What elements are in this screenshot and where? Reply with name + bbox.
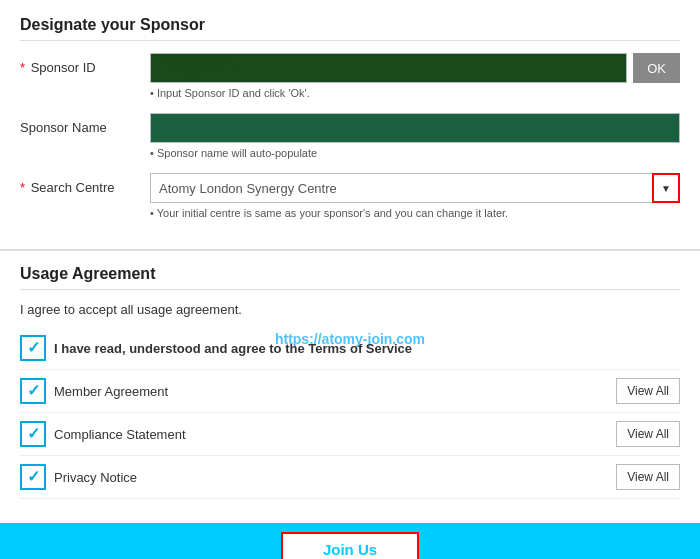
- view-all-privacy-button[interactable]: View All: [616, 464, 680, 490]
- agreement-item-privacy: ✓ Privacy Notice View All: [20, 456, 680, 499]
- sponsor-name-hint: Sponsor name will auto-populate: [150, 147, 680, 159]
- sponsor-id-ok-button[interactable]: OK: [633, 53, 680, 83]
- agreement-label-compliance: Compliance Statement: [54, 427, 616, 442]
- search-centre-required-marker: *: [20, 180, 25, 195]
- sponsor-id-required-marker: *: [20, 60, 25, 75]
- agreement-label-privacy: Privacy Notice: [54, 470, 616, 485]
- sponsor-section-title: Designate your Sponsor: [20, 16, 680, 41]
- search-centre-hint: Your initial centre is same as your spon…: [150, 207, 680, 219]
- usage-section-title: Usage Agreement: [20, 265, 680, 290]
- checkbox-member[interactable]: ✓: [20, 378, 46, 404]
- sponsor-id-hint: Input Sponsor ID and click 'Ok'.: [150, 87, 680, 99]
- agreement-label-terms: I have read, understood and agree to the…: [54, 341, 680, 356]
- agree-all-text: I agree to accept all usage agreement.: [20, 302, 680, 317]
- agreements-container: https://atomy-join.com ✓ I have read, un…: [20, 327, 680, 499]
- search-centre-select-wrapper: Atomy London Synergy Centre ▼: [150, 173, 680, 203]
- checkbox-compliance[interactable]: ✓: [20, 421, 46, 447]
- sponsor-name-field: Sponsor name will auto-populate: [150, 113, 680, 159]
- sponsor-id-label: * Sponsor ID: [20, 53, 150, 75]
- agreement-label-member: Member Agreement: [54, 384, 616, 399]
- search-centre-select[interactable]: Atomy London Synergy Centre: [150, 173, 680, 203]
- agreement-item-terms: ✓ I have read, understood and agree to t…: [20, 327, 680, 370]
- sponsor-section: Designate your Sponsor * Sponsor ID OK I…: [0, 0, 700, 249]
- checkmark-terms: ✓: [27, 340, 40, 356]
- sponsor-id-input-row: OK: [150, 53, 680, 83]
- agreement-item-member: ✓ Member Agreement View All: [20, 370, 680, 413]
- join-us-button[interactable]: Join Us: [281, 532, 419, 559]
- search-centre-field: Atomy London Synergy Centre ▼ Your initi…: [150, 173, 680, 219]
- usage-section: Usage Agreement I agree to accept all us…: [0, 249, 700, 513]
- checkbox-terms[interactable]: ✓: [20, 335, 46, 361]
- search-centre-input-row: Atomy London Synergy Centre ▼: [150, 173, 680, 203]
- search-centre-label: * Search Centre: [20, 173, 150, 195]
- sponsor-id-row: * Sponsor ID OK Input Sponsor ID and cli…: [20, 53, 680, 99]
- sponsor-name-input[interactable]: [150, 113, 680, 143]
- footer-bar: Join Us: [0, 523, 700, 559]
- agreement-item-compliance: ✓ Compliance Statement View All: [20, 413, 680, 456]
- search-centre-row: * Search Centre Atomy London Synergy Cen…: [20, 173, 680, 219]
- sponsor-name-row: Sponsor Name Sponsor name will auto-popu…: [20, 113, 680, 159]
- sponsor-id-field: OK Input Sponsor ID and click 'Ok'.: [150, 53, 680, 99]
- view-all-compliance-button[interactable]: View All: [616, 421, 680, 447]
- sponsor-id-input[interactable]: [150, 53, 627, 83]
- view-all-member-button[interactable]: View All: [616, 378, 680, 404]
- checkmark-member: ✓: [27, 383, 40, 399]
- sponsor-name-label: Sponsor Name: [20, 113, 150, 135]
- checkmark-compliance: ✓: [27, 426, 40, 442]
- checkbox-privacy[interactable]: ✓: [20, 464, 46, 490]
- checkmark-privacy: ✓: [27, 469, 40, 485]
